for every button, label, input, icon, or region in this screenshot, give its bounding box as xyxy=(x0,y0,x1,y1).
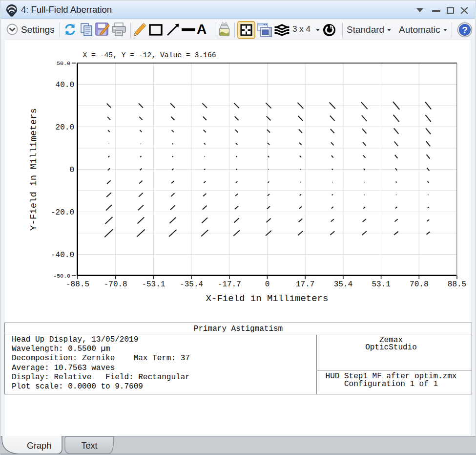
svg-text:?: ? xyxy=(462,25,468,35)
svg-text:-50.0: -50.0 xyxy=(53,273,70,280)
svg-text:-17.7: -17.7 xyxy=(218,280,241,289)
svg-text:88.5: 88.5 xyxy=(448,280,466,289)
svg-text:40.0: 40.0 xyxy=(56,81,74,89)
svg-text:-88.5: -88.5 xyxy=(66,280,89,289)
svg-text:X = -45, Y = -12, Value = 3.16: X = -45, Y = -12, Value = 3.166 xyxy=(83,51,216,60)
svg-text:53.1: 53.1 xyxy=(372,280,390,289)
svg-text:-20.0: -20.0 xyxy=(51,208,74,217)
svg-text:0: 0 xyxy=(265,280,270,289)
svg-text:-70.8: -70.8 xyxy=(104,280,127,289)
svg-text:20.0: 20.0 xyxy=(56,123,74,132)
svg-text:35.4: 35.4 xyxy=(334,280,352,289)
svg-text:-35.4: -35.4 xyxy=(180,280,203,289)
svg-text:70.8: 70.8 xyxy=(410,280,428,289)
svg-text:Text: Text xyxy=(81,441,97,451)
svg-text:X-Field in Millimeters: X-Field in Millimeters xyxy=(206,293,329,304)
svg-text:-53.1: -53.1 xyxy=(142,280,165,289)
svg-text:-40.0: -40.0 xyxy=(51,251,74,260)
svg-text:Y-Field in Millimeters: Y-Field in Millimeters xyxy=(28,108,39,231)
svg-text:Graph: Graph xyxy=(27,441,51,451)
svg-text:50.0: 50.0 xyxy=(57,60,70,67)
svg-text:0: 0 xyxy=(69,166,74,174)
svg-text:17.7: 17.7 xyxy=(296,280,314,289)
